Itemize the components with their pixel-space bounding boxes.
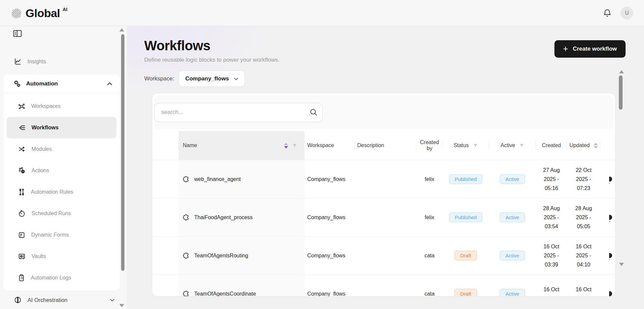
sidebar-group-automation-header[interactable]: Automation <box>3 74 120 93</box>
row-actions-partial-icon[interactable] <box>609 177 612 182</box>
active-badge: Active <box>500 289 525 296</box>
chevron-up-icon[interactable] <box>107 82 112 85</box>
workflow-name-cell[interactable]: web_finance_agent <box>179 160 305 198</box>
table-row[interactable]: TeamOfAgentsCoordinate Company_flows cat… <box>152 274 615 296</box>
table-header-empty <box>152 131 179 160</box>
created-by-cell: cata <box>416 275 443 296</box>
workspace-cell: Company_flows <box>305 198 355 236</box>
table-header-updated[interactable]: Updated <box>567 131 600 160</box>
table-header-created-by[interactable]: Created by <box>416 131 443 160</box>
created-by-cell: cata <box>416 237 443 274</box>
sidebar-item-label: Insights <box>28 59 46 65</box>
main-scrollbar-up-arrow[interactable] <box>619 70 624 73</box>
split-circle-icon <box>14 296 21 304</box>
chart-line-icon <box>14 58 21 65</box>
status-badge: Draft <box>454 251 477 260</box>
row-actions-partial-icon[interactable] <box>609 291 612 296</box>
active-badge: Active <box>500 251 525 260</box>
sidebar-item-insights[interactable]: Insights <box>0 52 127 71</box>
table-header-active[interactable]: Active <box>489 131 536 160</box>
created-date: 16 Oct 2025 - <box>539 285 564 297</box>
filter-icon-status[interactable] <box>473 143 478 148</box>
workflow-name: TeamOfAgentsCoordinate <box>194 291 256 297</box>
app-root: Global AI U <box>0 0 644 309</box>
filter-icon-active[interactable] <box>519 143 524 148</box>
sidebar-item-modules[interactable]: Modules <box>7 138 116 160</box>
sidebar-item-automation-logs[interactable]: Automation Logs <box>7 267 116 289</box>
workflow-name-cell[interactable]: TeamOfAgentsCoordinate <box>179 275 305 296</box>
description-cell <box>355 160 416 198</box>
column-label: Created by <box>419 139 440 151</box>
chevron-down-icon <box>234 77 238 80</box>
table-header-name[interactable]: Name <box>179 131 305 160</box>
sidebar-scrollbar-up-arrow[interactable] <box>119 28 124 32</box>
updated-date: 22 Oct 2025 - 07:23 <box>572 166 596 193</box>
user-avatar[interactable]: U <box>621 7 633 19</box>
row-actions-cell[interactable] <box>600 160 615 198</box>
sidebar-item-workflows[interactable]: Workflows <box>7 117 116 138</box>
workspace-selected-value: Company_flows <box>185 75 229 82</box>
sidebar-item-label: AI Orchestration <box>28 297 67 303</box>
chevron-down-icon[interactable] <box>110 299 115 302</box>
sidebar-item-automation-rules[interactable]: Automation Rules <box>7 181 116 203</box>
workspace-select[interactable]: Company_flows <box>179 71 245 87</box>
sidebar-item-label: Automation Logs <box>31 275 71 281</box>
search-input[interactable] <box>154 103 323 122</box>
logo-text: Global <box>25 6 60 20</box>
sidebar-item-label: Modules <box>32 146 52 152</box>
row-actions-partial-icon[interactable] <box>609 253 612 258</box>
sidebar-item-vaults[interactable]: Vaults <box>7 246 116 267</box>
sort-icon-name[interactable] <box>284 143 288 148</box>
notifications-button[interactable] <box>603 8 612 18</box>
column-label: Workspace <box>307 142 334 148</box>
active-badge: Active <box>500 212 525 222</box>
search-icon[interactable] <box>309 108 318 117</box>
created-date: 27 Aug 2025 - 05:16 <box>539 166 564 193</box>
table-header-created[interactable]: Created <box>536 131 567 160</box>
clipboard-icon <box>18 274 25 282</box>
sidebar-item-dynamic-forms[interactable]: Dynamic Forms <box>7 224 116 246</box>
sidebar: Insights <box>0 26 127 309</box>
sidebar-scrollbar-down-arrow[interactable] <box>119 304 124 307</box>
page-subtitle: Define reusable logic blocks to power yo… <box>144 57 644 63</box>
table-header-workspace[interactable]: Workspace <box>305 131 355 160</box>
row-actions-cell[interactable] <box>600 275 615 296</box>
logo-superscript: AI <box>63 7 67 12</box>
create-workflow-button[interactable]: + Create workflow <box>554 40 626 58</box>
workspace-cell: Company_flows <box>305 160 355 198</box>
description-cell <box>355 275 416 296</box>
row-actions-cell[interactable] <box>600 198 615 236</box>
sidebar-item-label: Workspaces <box>31 103 61 109</box>
created-date: 16 Oct 2025 - 03:39 <box>539 242 564 269</box>
sort-icon-updated[interactable] <box>594 143 598 148</box>
created-date: 28 Aug 2025 - 03:54 <box>539 204 564 231</box>
table-header-description[interactable]: Description <box>355 131 416 160</box>
filter-icon-name[interactable] <box>292 143 297 148</box>
sidebar-item-workspaces[interactable]: Workspaces <box>7 96 116 117</box>
column-label: Active <box>500 142 515 148</box>
panel-left-icon <box>13 29 22 38</box>
row-actions-partial-icon[interactable] <box>609 215 612 220</box>
table-row[interactable]: web_finance_agent Company_flows felix Pu… <box>152 160 615 198</box>
main-scrollbar-thumb[interactable] <box>619 75 623 110</box>
sidebar-toggle-button[interactable] <box>13 29 22 38</box>
row-actions-cell[interactable] <box>600 237 615 274</box>
puzzle-icon <box>183 176 190 183</box>
table-row[interactable]: TeamOfAgentsRouting Company_flows cata D… <box>152 236 615 274</box>
sidebar-scrollbar-thumb[interactable] <box>121 34 124 271</box>
workflow-name: web_finance_agent <box>194 176 241 182</box>
workflow-name-cell[interactable]: TeamOfAgentsRouting <box>179 237 305 274</box>
plus-icon: + <box>563 45 568 52</box>
sidebar-item-label: Workflows <box>32 125 59 131</box>
table-row[interactable]: ThaiFoodAgent_process Company_flows feli… <box>152 198 615 236</box>
main-scrollbar-down-arrow[interactable] <box>619 263 624 266</box>
main-content: Workflows Define reusable logic blocks t… <box>127 26 644 309</box>
sidebar-item-ai-orchestration[interactable]: AI Orchestration <box>0 291 127 309</box>
shuffle-icon <box>18 145 25 153</box>
table-header-status[interactable]: Status <box>443 131 489 160</box>
app-logo[interactable]: Global AI <box>11 6 67 20</box>
sidebar-item-label: Automation Rules <box>31 189 73 195</box>
workflow-name-cell[interactable]: ThaiFoodAgent_process <box>179 198 305 236</box>
sidebar-item-scheduled-runs[interactable]: Scheduled Runs <box>7 203 116 224</box>
sidebar-item-actions[interactable]: Actions <box>7 160 116 181</box>
